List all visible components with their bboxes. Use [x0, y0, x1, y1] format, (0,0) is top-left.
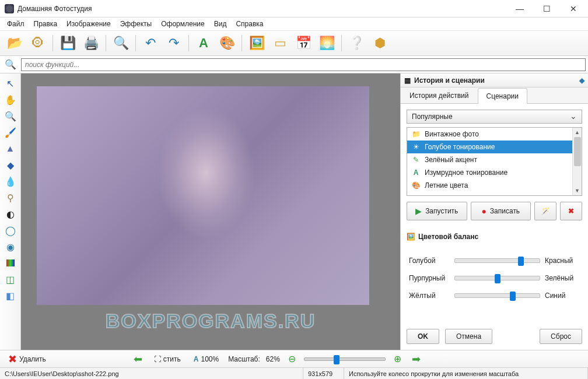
menu-design[interactable]: Оформление [156, 18, 209, 30]
preset-item-blue-toning[interactable]: ☀ Голубое тонирование [407, 141, 582, 153]
drop-light-tool-icon[interactable]: ◆ [2, 157, 19, 173]
section-title: Цветовой баланс [418, 233, 478, 241]
preset-label: Летние цвета [425, 181, 468, 190]
zoom-tool-icon[interactable]: 🔍 [2, 108, 19, 124]
hand-tool-icon[interactable]: ✋ [2, 92, 19, 107]
slider-thumb[interactable] [495, 274, 501, 283]
swirl-tool-icon[interactable]: ◯ [2, 223, 19, 238]
reset-button[interactable]: Сброс [540, 329, 582, 344]
balance-slider-magenta-green[interactable] [454, 276, 540, 280]
preset-label: Винтажное фото [425, 130, 479, 138]
menu-view[interactable]: Вид [209, 18, 232, 30]
balance-slider-cyan-red[interactable] [454, 258, 540, 263]
brush-tool-icon[interactable]: 🖌️ [2, 125, 19, 140]
crop-tool-icon[interactable]: ◫ [2, 272, 19, 287]
ok-button[interactable]: OK [407, 329, 439, 344]
menu-file[interactable]: Файл [2, 18, 29, 30]
fit-icon: ⛶ [154, 355, 161, 363]
preset-item-summer-colors[interactable]: 🎨 Летние цвета [407, 179, 582, 192]
help-icon[interactable]: ❔ [345, 33, 368, 54]
tab-history[interactable]: История действий [401, 87, 478, 103]
slider-thumb[interactable] [510, 292, 516, 301]
menubar: Файл Правка Изображение Эффекты Оформлен… [0, 17, 588, 30]
record-button[interactable]: ● Записать [471, 202, 531, 220]
eraser-tool-icon[interactable]: ◧ [2, 288, 19, 303]
drop-dark-tool-icon[interactable]: ▲ [2, 141, 19, 156]
page-preview-icon[interactable]: 🔍 [110, 33, 132, 54]
fit-button[interactable]: ⛶ стить [150, 354, 184, 364]
search-row: 🔍 [0, 56, 588, 73]
maximize-button[interactable]: ☐ [533, 0, 560, 17]
print-icon[interactable]: 🖨️ [80, 33, 102, 54]
blur-tool-icon[interactable]: 💧 [2, 174, 19, 189]
a-icon: A [194, 355, 199, 363]
zoom-out-icon[interactable]: ⊖ [286, 353, 298, 364]
balance-row-yellow-blue: Жёлтый Синий [409, 287, 580, 304]
status-dimensions: 931x579 [303, 368, 344, 379]
zoom-100-button[interactable]: A 100% [190, 354, 222, 364]
image-sun-icon[interactable]: 🌅 [316, 33, 338, 54]
search-input[interactable] [21, 58, 586, 71]
pointer-tool-icon[interactable]: ↖ [2, 76, 19, 91]
preset-category-dropdown[interactable]: Популярные [407, 110, 582, 124]
zoom-in-icon[interactable]: ⊕ [391, 353, 404, 364]
color-bars-tool-icon[interactable] [2, 255, 19, 271]
balance-slider-yellow-blue[interactable] [454, 293, 540, 298]
tab-scenarios[interactable]: Сценарии [478, 88, 527, 104]
run-button[interactable]: ▶ Запустить [407, 202, 467, 220]
scroll-up-icon[interactable]: ▲ [573, 128, 582, 137]
text-icon[interactable]: A [192, 33, 215, 54]
preset-label: Голубое тонирование [425, 143, 495, 151]
preset-item-vintage[interactable]: 📁 Винтажное фото [407, 128, 582, 141]
prev-image-icon[interactable]: ⬅ [131, 353, 145, 366]
toolbar-separator [135, 35, 136, 51]
canvas-area[interactable]: BOXPROGRAMS.RU [21, 73, 400, 350]
preset-list: 📁 Винтажное фото ☀ Голубое тонирование ✎… [407, 127, 582, 196]
save-icon[interactable]: 💾 [57, 33, 79, 54]
preset-scrollbar[interactable]: ▲ ▼ [572, 128, 582, 195]
next-image-icon[interactable]: ➡ [410, 353, 423, 366]
tool-action-button[interactable]: 🪄 [534, 202, 556, 220]
right-panel-header: ▦ История и сценарии ◆ [401, 73, 588, 87]
image-thumb-icon[interactable]: 🖼️ [246, 33, 268, 54]
close-button[interactable]: ✕ [560, 0, 587, 17]
canvas-image [37, 86, 369, 305]
search-icon[interactable]: 🔍 [0, 59, 21, 70]
right-panel-body: Популярные 📁 Винтажное фото ☀ Голубое то… [401, 104, 588, 325]
slider-thumb[interactable] [518, 257, 524, 266]
menu-image[interactable]: Изображение [62, 18, 116, 30]
undo-icon[interactable]: ↶ [139, 33, 162, 54]
zoom-slider-thumb[interactable] [334, 355, 340, 364]
color-balance-header: 🖼️ Цветовой баланс [407, 230, 582, 244]
scroll-thumb[interactable] [574, 137, 581, 166]
delete-action-button[interactable]: ✖ [560, 202, 582, 220]
menu-help[interactable]: Справка [231, 18, 268, 30]
redo-icon[interactable]: ↷ [163, 33, 185, 54]
palette-icon[interactable]: 🎨 [216, 33, 238, 54]
home-icon[interactable]: ⬢ [369, 33, 391, 54]
balance-row-magenta-green: Пурпурный Зелёный [409, 269, 580, 287]
record-icon: ● [481, 206, 486, 216]
preset-item-emerald-toning[interactable]: A Изумрудное тонирование [407, 166, 582, 179]
film-reel-icon[interactable]: ⭗ [27, 33, 49, 54]
menu-effects[interactable]: Эффекты [116, 18, 157, 30]
eye-tool-icon[interactable]: ◉ [2, 239, 19, 254]
cancel-button[interactable]: Отмена [445, 329, 492, 344]
titlebar: Домашняя Фотостудия — ☐ ✕ [0, 0, 588, 17]
zoom-slider[interactable] [304, 357, 386, 361]
image-frame-icon[interactable]: ▭ [269, 33, 291, 54]
balance-right-label: Синий [545, 292, 580, 300]
collapse-icon[interactable]: ◆ [579, 76, 584, 85]
stamp-tool-icon[interactable]: ⚲ [2, 190, 19, 205]
minimize-button[interactable]: — [506, 0, 533, 17]
menu-edit[interactable]: Правка [29, 18, 62, 30]
color-balance-box: Голубой Красный Пурпурный Зелёный Жёлтый… [407, 247, 582, 309]
folder-icon: 📁 [412, 130, 420, 138]
bw-circle-tool-icon[interactable]: ◐ [2, 206, 19, 222]
zoom-label: Масштаб: [228, 355, 260, 363]
scroll-down-icon[interactable]: ▼ [573, 186, 582, 195]
calendar-icon[interactable]: 📅 [292, 33, 314, 54]
preset-item-green-accent[interactable]: ✎ Зелёный акцент [407, 153, 582, 166]
delete-button[interactable]: ✖ Удалить [5, 352, 50, 367]
open-folder-icon[interactable]: 📂 [4, 33, 26, 54]
